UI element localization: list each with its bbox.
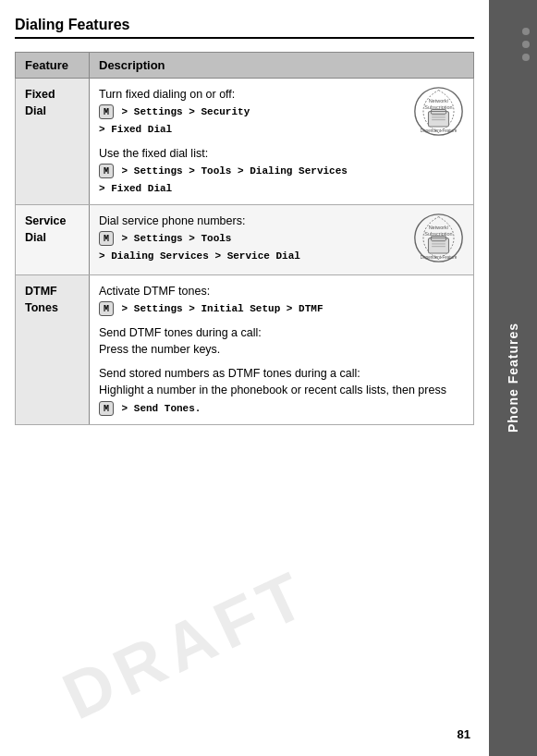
svg-text:Subscription: Subscription <box>424 231 452 237</box>
desc-block: Network/ Subscription Dependent Feature <box>99 213 464 264</box>
description-dtmf: Activate DTMF tones: M > Settings > Init… <box>90 275 474 425</box>
sidebar-dot <box>522 28 530 35</box>
col-header-description: Description <box>90 53 474 79</box>
sidebar-dot <box>522 41 530 48</box>
desc-block: Send stored numbers as DTMF tones during… <box>99 365 464 416</box>
col-header-feature: Feature <box>16 53 90 79</box>
sidebar-tab-label: Phone Features <box>501 313 525 442</box>
draft-watermark: DRAFT <box>52 555 322 734</box>
menu-path: M > Send Tones. <box>99 403 201 414</box>
svg-text:Subscription: Subscription <box>424 104 452 110</box>
svg-text:Network/: Network/ <box>429 225 449 230</box>
desc-text: Activate DTMF tones: <box>99 285 210 298</box>
menu-path: M > Settings > Tools> Dialing Services >… <box>99 233 300 262</box>
main-content: Dialing Features Feature Description Fix… <box>0 0 489 756</box>
right-sidebar: Phone Features <box>489 0 537 756</box>
desc-text: Dial service phone numbers: <box>99 214 245 227</box>
description-fixed-dial: Network/ Subscription Dependent Feature <box>90 79 474 205</box>
desc-block: Network/ Subscription Dependent Feature <box>99 86 464 138</box>
desc-block: Activate DTMF tones: M > Settings > Init… <box>99 283 464 317</box>
desc-text: Send stored numbers as DTMF tones during… <box>99 367 446 396</box>
menu-icon: M <box>99 401 114 416</box>
desc-block: Use the fixed dial list: M > Settings > … <box>99 145 464 197</box>
svg-text:Network/: Network/ <box>429 98 449 104</box>
network-subscription-icon-2: Network/ Subscription Dependent Feature <box>413 213 464 263</box>
page-title: Dialing Features <box>15 17 474 39</box>
network-subscription-icon: Network/ Subscription Dependent Feature <box>413 86 464 137</box>
page-container: Dialing Features Feature Description Fix… <box>0 0 537 756</box>
feature-label-fixed-dial: Fixed Dial <box>16 79 90 205</box>
desc-text: Send DTMF tones during a call:Press the … <box>99 326 262 356</box>
description-service-dial: Network/ Subscription Dependent Feature <box>90 205 474 275</box>
table-row: Fixed Dial Network/ Subscription <box>16 79 474 205</box>
menu-icon: M <box>99 104 114 119</box>
menu-icon: M <box>99 301 114 316</box>
table-row: DTMF Tones Activate DTMF tones: M > Sett… <box>16 275 474 425</box>
feature-label-service-dial: Service Dial <box>16 205 90 275</box>
menu-path: M > Settings > Security> Fixed Dial <box>99 106 250 135</box>
svg-text:Dependent Feature: Dependent Feature <box>421 255 458 260</box>
desc-text: Turn fixed dialing on or off: <box>99 88 235 101</box>
menu-path: M > Settings > Initial Setup > DTMF <box>99 303 323 314</box>
menu-icon: M <box>99 164 114 178</box>
table-row: Service Dial Network/ Subscription <box>16 205 474 275</box>
feature-table: Feature Description Fixed Dial <box>15 52 474 425</box>
feature-label-dtmf: DTMF Tones <box>16 275 90 425</box>
svg-text:Dependent Feature: Dependent Feature <box>421 128 458 133</box>
desc-text: Use the fixed dial list: <box>99 147 208 160</box>
sidebar-dots <box>522 28 530 61</box>
desc-block: Send DTMF tones during a call:Press the … <box>99 324 464 358</box>
menu-path: M > Settings > Tools > Dialing Services>… <box>99 165 348 194</box>
menu-icon: M <box>99 231 114 246</box>
sidebar-dot <box>522 54 530 61</box>
page-number: 81 <box>458 727 470 741</box>
